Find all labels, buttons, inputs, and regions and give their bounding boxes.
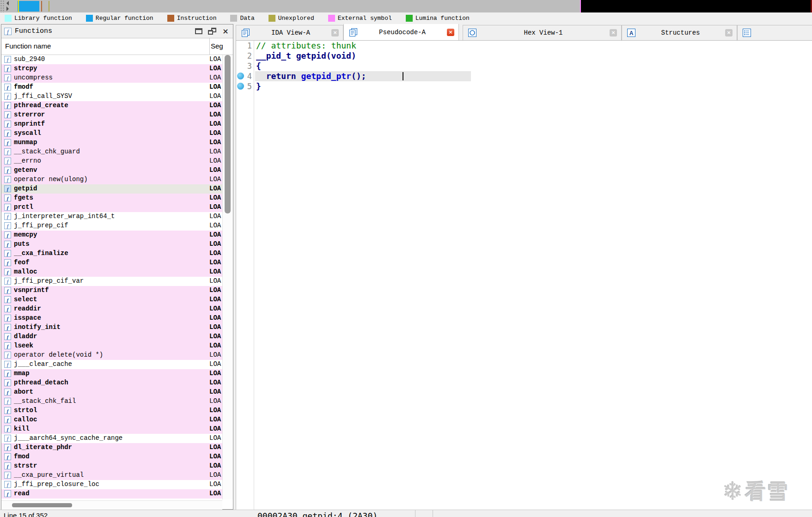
code-line[interactable]: 3{ xyxy=(236,61,812,71)
functions-panel-titlebar[interactable]: f Functions × xyxy=(1,24,233,38)
function-row[interactable]: fj_ffi_prep_closure_locLOA xyxy=(1,480,233,489)
snowflake-icon: ❄ xyxy=(722,478,743,505)
function-row[interactable]: fmunmapLOA xyxy=(1,138,233,147)
function-row[interactable]: fkillLOA xyxy=(1,425,233,434)
close-panel-button[interactable]: × xyxy=(221,27,230,36)
function-row[interactable]: fprctlLOA xyxy=(1,203,233,212)
horizontal-scrollbar-handle[interactable] xyxy=(12,503,72,507)
function-name: getpid xyxy=(14,185,37,192)
function-row[interactable]: fmemcpyLOA xyxy=(1,231,233,240)
tab-close-button[interactable]: × xyxy=(610,29,617,36)
function-row[interactable]: fsyscallLOA xyxy=(1,129,233,138)
code-line[interactable]: 2__pid_t getpid(void) xyxy=(236,51,812,61)
column-header-function-name[interactable]: Function name xyxy=(5,42,51,50)
function-row[interactable]: ffmodfLOA xyxy=(1,83,233,92)
maximize-button[interactable] xyxy=(194,27,203,36)
horizontal-scrollbar[interactable] xyxy=(1,500,222,510)
function-row[interactable]: ffmodLOA xyxy=(1,452,233,462)
status-bar: Line 15 of 352 00002A30 getpid:4 (2A30) xyxy=(0,510,812,517)
function-row[interactable]: freaddirLOA xyxy=(1,304,233,314)
function-row[interactable]: fvsnprintfLOA xyxy=(1,286,233,295)
column-header-segment[interactable]: Seg xyxy=(211,42,223,50)
function-row[interactable]: fcallocLOA xyxy=(1,415,233,425)
function-row[interactable]: fsub_2940LOA xyxy=(1,55,233,64)
function-row[interactable]: fabortLOA xyxy=(1,388,233,397)
function-row[interactable]: f__stack_chk_failLOA xyxy=(1,397,233,406)
function-row[interactable]: fmallocLOA xyxy=(1,268,233,277)
tab-pseudocode-a[interactable]: Pseudocode-A× xyxy=(343,24,459,41)
function-row[interactable]: f__errnoLOA xyxy=(1,157,233,166)
function-row[interactable]: f__cxa_pure_virtualLOA xyxy=(1,471,233,480)
function-row[interactable]: ffeofLOA xyxy=(1,258,233,268)
function-row[interactable]: fstrcpyLOA xyxy=(1,64,233,73)
navigator-band[interactable] xyxy=(0,0,812,12)
function-f-icon: f xyxy=(4,130,11,137)
float-button[interactable] xyxy=(208,27,217,36)
function-row[interactable]: fisspaceLOA xyxy=(1,314,233,323)
function-row[interactable]: foperator delete(void *)LOA xyxy=(1,351,233,360)
nav-back-arrow-icon[interactable] xyxy=(6,1,9,6)
function-row[interactable]: fpthread_detachLOA xyxy=(1,378,233,388)
function-row[interactable]: fj_ffi_call_SYSVLOA xyxy=(1,92,233,101)
legend-color-swatch xyxy=(269,15,275,22)
function-row[interactable]: fputsLOA xyxy=(1,240,233,249)
function-row[interactable]: ffgetsLOA xyxy=(1,194,233,203)
function-f-icon: f xyxy=(4,167,11,174)
function-row[interactable]: funcompressLOA xyxy=(1,73,233,83)
function-row[interactable]: fstrtolLOA xyxy=(1,406,233,415)
function-segment: LOA xyxy=(209,102,223,109)
tab-structures[interactable]: AStructures× xyxy=(622,25,737,40)
tab-close-button[interactable]: × xyxy=(725,29,733,36)
function-row[interactable]: finotify_initLOA xyxy=(1,323,233,332)
toolbar-drag-handle-icon[interactable] xyxy=(0,0,5,12)
function-segment: LOA xyxy=(209,176,223,183)
tab-hex-view-1[interactable]: Hex View-1× xyxy=(463,25,622,40)
code-line[interactable]: 1// attributes: thunk xyxy=(236,41,812,51)
function-row[interactable]: fgetpidLOA xyxy=(1,184,233,194)
function-row[interactable]: fstrstrLOA xyxy=(1,462,233,471)
function-name: j_interpreter_wrap_int64_t xyxy=(14,213,115,220)
function-row[interactable]: fstrerrorLOA xyxy=(1,110,233,120)
function-row[interactable]: fpthread_createLOA xyxy=(1,101,233,110)
legend-item: Lumina function xyxy=(406,15,470,22)
function-row[interactable]: freadLOA xyxy=(1,489,233,499)
function-name: sub_2940 xyxy=(14,55,45,63)
function-segment: LOA xyxy=(209,462,223,469)
code-line[interactable]: 5} xyxy=(236,81,812,91)
code-text: __pid_t getpid(void) xyxy=(256,51,356,61)
function-row[interactable]: fmmapLOA xyxy=(1,369,233,378)
function-row[interactable]: f__stack_chk_guardLOA xyxy=(1,147,233,157)
function-row[interactable]: fj_interpreter_wrap_int64_tLOA xyxy=(1,212,233,221)
function-name: vsnprintf xyxy=(14,286,49,294)
function-row[interactable]: foperator new(ulong)LOA xyxy=(1,175,233,184)
function-row[interactable]: fsnprintfLOA xyxy=(1,120,233,129)
tab-partial[interactable] xyxy=(737,25,812,40)
function-segment: LOA xyxy=(209,434,223,442)
pseudocode-pane[interactable]: 1// attributes: thunk2__pid_t getpid(voi… xyxy=(236,41,812,510)
function-row[interactable]: fdladdrLOA xyxy=(1,332,233,341)
function-f-icon: f xyxy=(4,268,11,275)
function-row[interactable]: fgetenvLOA xyxy=(1,166,233,175)
line-number: 4 xyxy=(236,71,252,81)
code-line[interactable]: 4 return getpid_ptr(); xyxy=(236,71,812,81)
function-row[interactable]: fj___aarch64_sync_cache_rangeLOA xyxy=(1,434,233,443)
function-row[interactable]: fselectLOA xyxy=(1,295,233,304)
tab-close-button[interactable]: × xyxy=(447,29,454,36)
tab-ida-view-a[interactable]: IDA View-A× xyxy=(236,25,343,40)
function-segment: LOA xyxy=(209,416,223,423)
vertical-scrollbar-handle[interactable] xyxy=(225,55,231,213)
function-list-header[interactable]: Function name Seg xyxy=(1,38,233,55)
code-text: { xyxy=(256,61,261,71)
nav-forward-arrow-icon[interactable] xyxy=(6,6,9,11)
function-row[interactable]: flseekLOA xyxy=(1,341,233,351)
column-divider[interactable] xyxy=(209,38,210,55)
function-name: readdir xyxy=(14,305,41,312)
tab-close-button[interactable]: × xyxy=(331,29,339,36)
function-row[interactable]: fj_ffi_prep_cifLOA xyxy=(1,221,233,231)
function-row[interactable]: fj___clear_cacheLOA xyxy=(1,360,233,369)
function-row[interactable]: fj_ffi_prep_cif_varLOA xyxy=(1,277,233,286)
vertical-scrollbar[interactable] xyxy=(222,55,233,499)
function-row[interactable]: fdl_iterate_phdrLOA xyxy=(1,443,233,452)
function-row[interactable]: f__cxa_finalizeLOA xyxy=(1,249,233,258)
function-segment: LOA xyxy=(209,222,223,229)
